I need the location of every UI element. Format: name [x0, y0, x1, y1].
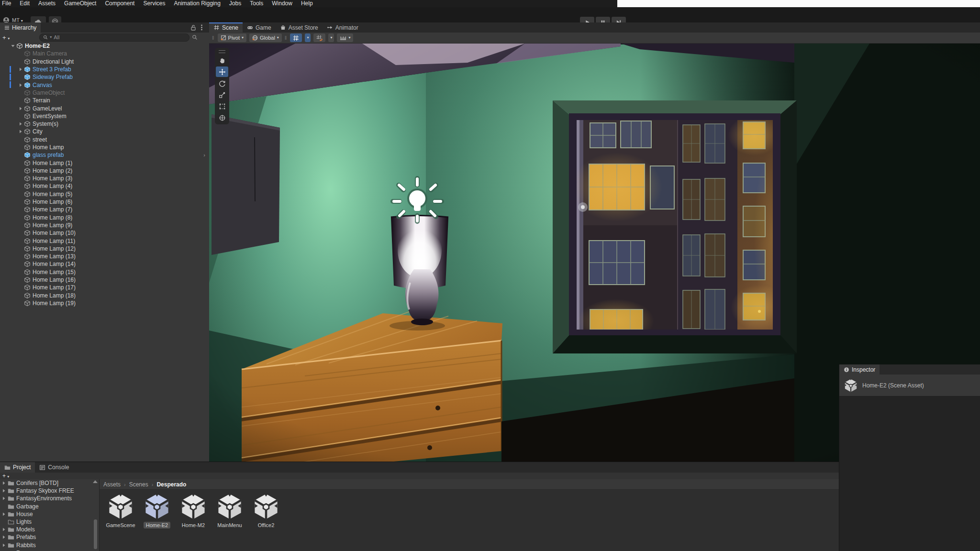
- open-prefab-arrow[interactable]: ›: [203, 152, 205, 158]
- menu-component[interactable]: Component: [100, 0, 139, 7]
- tab-animator[interactable]: Animator: [323, 22, 363, 33]
- asset-office2[interactable]: Office2: [248, 493, 284, 529]
- menu-assets[interactable]: Assets: [34, 0, 60, 7]
- hierarchy-item-home-lamp-1[interactable]: Home Lamp (1): [0, 159, 209, 166]
- tab-console[interactable]: Console: [35, 462, 73, 473]
- hierarchy-item-home-lamp-10[interactable]: Home Lamp (10): [0, 229, 209, 237]
- tab-asset-store[interactable]: Asset Store: [276, 22, 323, 33]
- folder-lights[interactable]: Lights: [0, 518, 99, 526]
- menu-tools[interactable]: Tools: [245, 0, 267, 7]
- menu-edit[interactable]: Edit: [15, 0, 34, 7]
- create-button[interactable]: + ▾: [2, 34, 10, 41]
- tool-transform[interactable]: [216, 112, 228, 123]
- hierarchy-item-home-lamp-18[interactable]: Home Lamp (18): [0, 292, 209, 299]
- hierarchy-item-home-lamp-5[interactable]: Home Lamp (5): [0, 190, 209, 198]
- folder-garbage[interactable]: Garbage: [0, 503, 99, 510]
- tool-rect[interactable]: [216, 101, 228, 111]
- lock-icon[interactable]: [190, 24, 196, 31]
- menu-help[interactable]: Help: [297, 0, 317, 7]
- hierarchy-item-home-lamp-11[interactable]: Home Lamp (11): [0, 237, 209, 244]
- snap-dropdown[interactable]: ▾: [328, 33, 334, 42]
- expand-arrow-icon[interactable]: [0, 535, 8, 539]
- hierarchy-item-street[interactable]: street: [0, 136, 209, 143]
- hierarchy-item-home-lamp-17[interactable]: Home Lamp (17): [0, 284, 209, 291]
- hierarchy-item-home-lamp-13[interactable]: Home Lamp (13): [0, 253, 209, 260]
- hierarchy-item-home-lamp-12[interactable]: Home Lamp (12): [0, 245, 209, 253]
- folder-prefabs[interactable]: Prefabs: [0, 533, 99, 541]
- menu-animation-rigging[interactable]: Animation Rigging: [169, 0, 224, 7]
- folder-house[interactable]: House: [0, 510, 99, 518]
- hierarchy-item-home-lamp-16[interactable]: Home Lamp (16): [0, 276, 209, 284]
- tool-move[interactable]: [216, 66, 228, 77]
- tree-scroll-up-arrow[interactable]: [93, 480, 98, 483]
- tab-hierarchy[interactable]: Hierarchy: [0, 22, 41, 33]
- tab-inspector[interactable]: Inspector: [839, 364, 880, 375]
- hierarchy-item-home-lamp-6[interactable]: Home Lamp (6): [0, 198, 209, 206]
- hierarchy-item-gamelevel[interactable]: GameLevel: [0, 104, 209, 112]
- hierarchy-item-eventsystem[interactable]: EventSystem: [0, 112, 209, 120]
- expand-arrow-icon[interactable]: [0, 528, 8, 531]
- asset-home-m2[interactable]: Home-M2: [175, 493, 212, 529]
- hierarchy-item-gameobject[interactable]: GameObject: [0, 89, 209, 97]
- expand-arrow-icon[interactable]: [0, 496, 8, 500]
- toolbar-grip[interactable]: ‖: [212, 35, 215, 41]
- tool-rotate[interactable]: [216, 78, 228, 88]
- hierarchy-item-glass-prefab[interactable]: glass prefab›: [0, 151, 209, 159]
- search-input[interactable]: ▾ All: [39, 33, 189, 42]
- folder-resources[interactable]: Resources: [0, 549, 99, 551]
- asset-mainmenu[interactable]: MainMenu: [212, 493, 248, 529]
- menu-window[interactable]: Window: [267, 0, 297, 7]
- menu-gameobject[interactable]: GameObject: [60, 0, 100, 7]
- expand-arrow-icon[interactable]: [17, 130, 24, 133]
- pivot-button[interactable]: Pivot▾: [218, 33, 246, 42]
- expand-arrow-icon[interactable]: [10, 44, 16, 48]
- hierarchy-item-home-lamp-4[interactable]: Home Lamp (4): [0, 182, 209, 190]
- hierarchy-item-canvas[interactable]: Canvas: [0, 81, 209, 88]
- hierarchy-item-home-lamp-8[interactable]: Home Lamp (8): [0, 214, 209, 221]
- menu-jobs[interactable]: Jobs: [225, 0, 245, 7]
- hierarchy-item-main-camera[interactable]: Main Camera: [0, 50, 209, 57]
- folder-conifers-botd[interactable]: Conifers [BOTD]: [0, 479, 99, 487]
- expand-arrow-icon[interactable]: [0, 512, 8, 516]
- hierarchy-item-home-lamp-19[interactable]: Home Lamp (19): [0, 299, 209, 307]
- hierarchy-item-home-lamp-9[interactable]: Home Lamp (9): [0, 221, 209, 229]
- expand-arrow-icon[interactable]: [0, 543, 8, 547]
- hierarchy-item-street-3-prefab[interactable]: Street 3 Prefab: [0, 66, 209, 73]
- expand-arrow-icon[interactable]: [0, 489, 8, 493]
- folder-rabbits[interactable]: Rabbits: [0, 541, 99, 549]
- folder-models[interactable]: Models: [0, 526, 99, 533]
- hierarchy-item-home-lamp[interactable]: Home Lamp: [0, 143, 209, 151]
- hierarchy-item-home-lamp-2[interactable]: Home Lamp (2): [0, 167, 209, 175]
- hierarchy-item-home-lamp-15[interactable]: Home Lamp (15): [0, 268, 209, 276]
- breadcrumb-assets[interactable]: Assets: [103, 481, 121, 488]
- tools-grip[interactable]: [219, 50, 225, 53]
- hierarchy-item-home-lamp-14[interactable]: Home Lamp (14): [0, 260, 209, 268]
- expand-arrow-icon[interactable]: [17, 107, 24, 110]
- snap-increment-button[interactable]: ▾: [337, 33, 353, 42]
- folder-fantasy-skybox-free[interactable]: Fantasy Skybox FREE: [0, 487, 99, 495]
- expand-arrow-icon[interactable]: [0, 481, 8, 485]
- folder-fantasyenvironments[interactable]: FantasyEnvironments: [0, 495, 99, 502]
- expand-arrow-icon[interactable]: [17, 122, 24, 126]
- search-options-icon[interactable]: [192, 34, 198, 40]
- tab-scene[interactable]: Scene: [209, 22, 243, 33]
- hierarchy-item-city[interactable]: City: [0, 128, 209, 135]
- hierarchy-item-terrain[interactable]: Terrain: [0, 97, 209, 104]
- hierarchy-item-home-lamp-3[interactable]: Home Lamp (3): [0, 175, 209, 182]
- breadcrumb-scenes[interactable]: Scenes: [129, 481, 148, 488]
- hierarchy-item-home-e2[interactable]: Home-E2: [0, 42, 209, 50]
- asset-gamescene[interactable]: GameScene: [102, 493, 139, 529]
- global-button[interactable]: Global▾: [249, 33, 282, 42]
- hierarchy-item-sideway-prefab[interactable]: Sideway Prefab: [0, 73, 209, 81]
- menu-file[interactable]: File: [0, 0, 15, 7]
- tab-game[interactable]: Game: [243, 22, 276, 33]
- project-create-button[interactable]: + ▾: [2, 473, 9, 479]
- expand-arrow-icon[interactable]: [17, 67, 24, 71]
- tool-scale[interactable]: [216, 89, 228, 100]
- hierarchy-item-system-s[interactable]: System(s): [0, 120, 209, 128]
- tree-scrollbar[interactable]: [94, 519, 97, 549]
- asset-home-e2[interactable]: Home-E2: [139, 493, 175, 529]
- grid-visibility-dropdown[interactable]: ▾: [305, 33, 311, 42]
- hierarchy-item-home-lamp-7[interactable]: Home Lamp (7): [0, 206, 209, 213]
- grid-visibility-button[interactable]: [290, 33, 302, 42]
